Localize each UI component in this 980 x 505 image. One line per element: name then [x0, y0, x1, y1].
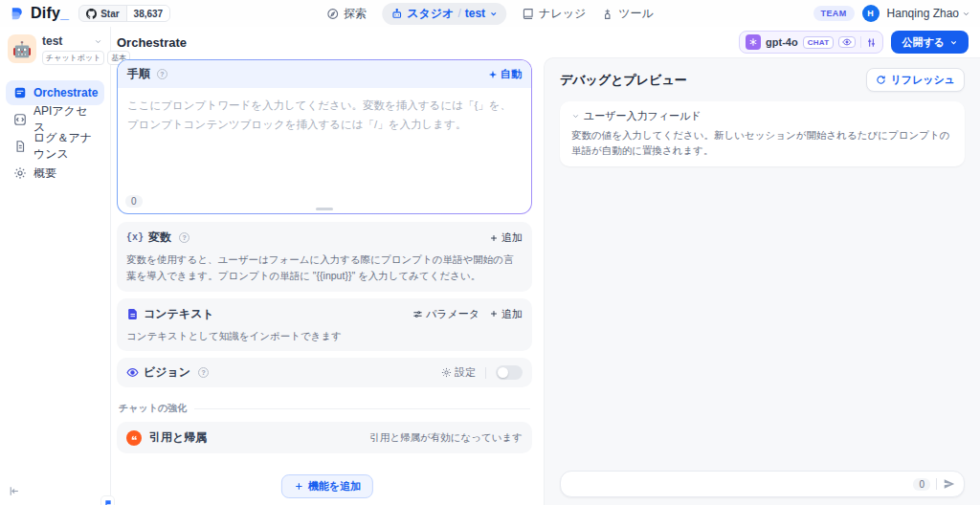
info-icon: ?	[157, 69, 167, 79]
chevron-down-icon	[949, 38, 958, 47]
params-button[interactable]: パラメータ	[412, 307, 479, 321]
gear-icon	[441, 367, 452, 378]
model-selector[interactable]: gpt-4o CHAT	[739, 31, 883, 54]
sidebar-item-label: ログ＆アナウンス	[33, 130, 97, 163]
tools-icon	[601, 8, 613, 20]
nav-knowledge-label: ナレッジ	[539, 6, 586, 22]
app-icon: 🤖	[8, 34, 36, 63]
nav-studio-app: test	[465, 7, 485, 20]
user-avatar[interactable]: H	[862, 5, 880, 22]
auto-generate-button[interactable]: 自動	[488, 67, 522, 81]
citation-title: 引用と帰属	[149, 429, 207, 446]
logo-suffix: _	[60, 5, 69, 22]
model-name: gpt-4o	[766, 36, 798, 48]
collapse-sidebar-icon[interactable]	[8, 485, 20, 497]
app-type-tag: チャットボット	[42, 51, 104, 65]
sliders-horizontal-icon	[412, 309, 423, 319]
chevron-down-icon[interactable]	[94, 37, 102, 46]
sidebar-item-label: 概要	[33, 165, 56, 182]
nav-tools[interactable]: ツール	[601, 6, 654, 22]
vision-settings-button[interactable]: 設定	[441, 365, 476, 380]
chevron-down-icon	[489, 10, 498, 18]
publish-button[interactable]: 公開する	[891, 31, 969, 54]
api-icon	[13, 113, 27, 126]
divider	[936, 478, 937, 490]
divider	[194, 408, 530, 409]
chevron-down-icon	[571, 112, 580, 121]
prompt-editor[interactable]: ここにプロンプトワードを入力してください。変数を挿入するには「{」を、プロンプト…	[118, 88, 531, 193]
chat-enhance-label: チャットの強化	[119, 402, 187, 415]
eye-icon	[126, 366, 139, 379]
robot-icon	[390, 8, 403, 20]
eye-icon	[838, 36, 856, 48]
variables-title: 変数	[148, 230, 171, 246]
prompt-steps-card: 手順 ? 自動 ここにプロンプトワードを入力してください。変数を挿入するには「{…	[117, 59, 532, 214]
dify-logo-icon	[10, 6, 26, 22]
app-name: test	[42, 34, 62, 48]
openai-icon	[746, 34, 761, 50]
add-context-button[interactable]: 追加	[489, 307, 523, 321]
chat-char-count-badge: 0	[913, 478, 930, 491]
user-input-fields-card: ユーザー入力フィールド 変数の値を入力してください。新しいセッションが開始される…	[560, 101, 965, 166]
quote-icon	[126, 430, 142, 446]
chat-input-container: 0	[560, 471, 965, 497]
star-label: Star	[100, 9, 119, 19]
add-feature-button[interactable]: 機能を追加	[281, 474, 373, 498]
user-input-fields-description: 変数の値を入力してください。新しいセッションが開始されるたびにプロンプトの単語が…	[571, 127, 953, 159]
github-icon	[86, 9, 97, 19]
nav-studio[interactable]: スタジオ / test	[382, 3, 506, 25]
star-count: 38,637	[126, 6, 170, 21]
nav-knowledge[interactable]: ナレッジ	[522, 6, 586, 22]
vision-section: ビジョン ? 設定	[117, 358, 532, 387]
debug-preview-panel: デバッグとプレビュー リフレッシュ ユーザー入力フィールド 変数の値を入力してく…	[544, 57, 980, 505]
add-label: 追加	[501, 307, 523, 321]
vision-toggle[interactable]	[496, 365, 523, 380]
app-info[interactable]: 🤖 test チャットボット 基本	[6, 34, 104, 65]
page-title: Orchestrate	[117, 35, 187, 50]
prompt-placeholder: ここにプロンプトワードを入力してください。変数を挿入するには「{」を、プロンプト…	[127, 99, 511, 130]
plus-icon	[294, 481, 304, 492]
settings-label: 設定	[455, 365, 476, 380]
nav-explore[interactable]: 探索	[326, 6, 367, 22]
context-description: コンテキストとして知識をインポートできます	[126, 328, 523, 344]
user-name-label: Hanqing Zhao	[887, 7, 959, 20]
user-input-fields-toggle[interactable]: ユーザー入力フィールド	[571, 109, 953, 123]
document-icon	[126, 308, 139, 320]
chat-input[interactable]	[572, 477, 907, 491]
top-bar: Dify_ Star 38,637 探索 スタジオ / test ナレッジ	[0, 0, 980, 27]
variable-icon: {x}	[126, 232, 144, 243]
logs-icon	[13, 140, 27, 153]
refresh-icon	[876, 75, 886, 85]
sparkle-icon	[488, 70, 498, 79]
debug-title: デバッグとプレビュー	[560, 72, 687, 89]
main-header: Orchestrate gpt-4o CHAT 公開する	[111, 27, 980, 57]
refresh-button[interactable]: リフレッシュ	[866, 68, 965, 92]
publish-label: 公開する	[902, 35, 945, 50]
send-icon[interactable]	[943, 477, 956, 491]
variables-description: 変数を使用すると、ユーザーはフォームに入力する際にプロンプトの単語や開始の言葉を…	[126, 252, 523, 284]
refresh-label: リフレッシュ	[890, 73, 955, 87]
resize-handle[interactable]	[316, 208, 333, 210]
nav-studio-label: スタジオ	[407, 6, 454, 22]
plus-icon	[489, 309, 499, 318]
github-star-badge[interactable]: Star 38,637	[78, 5, 170, 22]
sidebar-item-logs[interactable]: ログ＆アナウンス	[6, 134, 104, 159]
user-menu[interactable]: Hanqing Zhao	[887, 7, 970, 20]
team-badge: TEAM	[813, 6, 855, 21]
dify-logo[interactable]: Dify_	[10, 5, 69, 22]
sidebar-item-orchestrate[interactable]: Orchestrate	[6, 80, 104, 105]
auto-label: 自動	[501, 67, 522, 81]
orchestrate-icon	[13, 86, 27, 99]
add-variable-button[interactable]: 追加	[489, 231, 523, 245]
info-icon: ?	[198, 367, 209, 378]
plus-icon	[489, 233, 499, 243]
logo-text: Dify	[31, 5, 60, 22]
add-feature-label: 機能を追加	[308, 479, 361, 494]
sidebar-item-overview[interactable]: 概要	[6, 161, 104, 186]
sidebar-item-label: Orchestrate	[33, 86, 98, 99]
sidebar-item-api-access[interactable]: APIアクセス	[6, 107, 104, 132]
add-label: 追加	[501, 231, 523, 245]
citation-section: 引用と帰属 引用と帰属が有効になっています	[117, 422, 532, 453]
divider	[485, 367, 486, 379]
sliders-icon	[866, 37, 877, 48]
